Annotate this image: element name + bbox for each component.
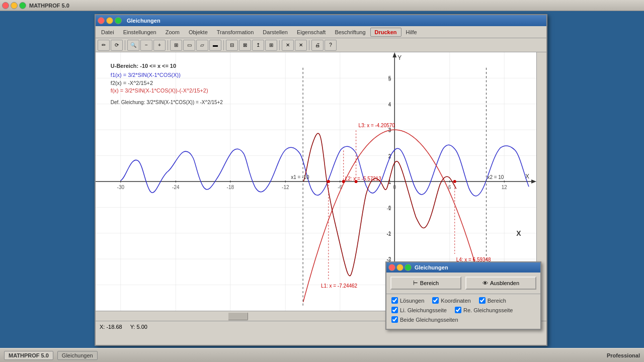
status-x: X: -18.68	[100, 324, 122, 330]
beide-gleichungsseiten-text: Beide Gleichungsseiten	[400, 317, 458, 323]
dialog-close-btn[interactable]	[388, 264, 395, 271]
tb-frame2[interactable]: ▱	[196, 40, 208, 51]
tb-print[interactable]: 🖨	[311, 40, 324, 51]
tb-rotate[interactable]: ⟳	[111, 40, 123, 51]
svg-text:4: 4	[388, 102, 391, 108]
dialog-maximize-btn[interactable]	[405, 264, 412, 271]
menu-hilfe[interactable]: Hilfe	[401, 28, 422, 37]
svg-text:U-Bereich: -10 <= x <= 10: U-Bereich: -10 <= x <= 10	[111, 63, 176, 69]
inner-titlebar: Gleichungen	[96, 15, 546, 26]
re-gleichungsseite-label[interactable]: Re. Gleichungsseite	[455, 307, 513, 313]
bereich-label-cb: Bereich	[488, 298, 506, 304]
taskbar-edition: Professional	[607, 352, 640, 358]
tb-pencil[interactable]: ✏	[98, 40, 110, 51]
menu-transformation[interactable]: Transformation	[212, 28, 259, 37]
maximize-btn-outer[interactable]	[19, 2, 26, 9]
svg-text:0: 0	[393, 185, 396, 190]
bereich-button[interactable]: ⊢ Bereich	[390, 277, 461, 290]
scroll-thumb-h[interactable]	[228, 312, 248, 320]
tb-zoom-in-plus[interactable]: +	[153, 40, 166, 51]
tb-cross1[interactable]: ✕	[282, 40, 294, 51]
li-gleichungsseite-checkbox[interactable]	[391, 307, 398, 313]
tb-import[interactable]: ⊞	[265, 40, 277, 51]
taskbar-window-name[interactable]: Gleichungen	[57, 351, 98, 360]
re-gleichungsseite-checkbox[interactable]	[455, 307, 461, 313]
loesungen-label: Lösungen	[400, 298, 424, 304]
svg-text:5: 5	[388, 76, 391, 81]
svg-text:-18: -18	[227, 185, 234, 190]
taskbar: MATHPROF 5.0 Gleichungen Professional	[0, 348, 644, 362]
menu-datei[interactable]: Datei	[97, 28, 119, 37]
minimize-btn-inner[interactable]	[106, 17, 113, 24]
loesungen-checkbox[interactable]	[391, 297, 398, 304]
close-btn-outer[interactable]	[2, 2, 9, 9]
tb-zoom-in-minus[interactable]: −	[140, 40, 152, 51]
dialog-button-row: ⊢ Bereich 👁 Ausblenden	[386, 273, 540, 294]
svg-text:L2: x = -5.57213: L2: x = -5.57213	[345, 176, 382, 182]
beide-gleichungsseiten-checkbox[interactable]	[391, 316, 398, 323]
tb-grid[interactable]: ⊞	[170, 40, 182, 51]
li-gleichungsseite-label[interactable]: Li. Gleichungsseite	[391, 307, 447, 313]
inner-window-title: Gleichungen	[127, 18, 160, 24]
tb-sep2	[168, 40, 168, 50]
tb-frame3[interactable]: ▬	[209, 40, 221, 51]
dialog-minimize-btn[interactable]	[396, 264, 404, 271]
svg-text:x1 = -10: x1 = -10	[291, 174, 309, 180]
menu-drucken[interactable]: Drucken	[370, 28, 401, 37]
svg-text:L3: x = -4.20570: L3: x = -4.20570	[359, 123, 395, 128]
tb-help[interactable]: ?	[325, 40, 337, 51]
toolbar: ✏ ⟳ 🔍 − + ⊞ ▭ ▱ ▬ ⊟ ⊠ ↥ ⊞ ✕ ✕ 🖨 ?	[96, 38, 546, 52]
bereich-checkbox-label[interactable]: Bereich	[479, 297, 506, 304]
status-y: Y: 5.00	[130, 324, 147, 330]
svg-text:L1: x = -7.24462: L1: x = -7.24462	[321, 283, 358, 289]
svg-text:Y: Y	[397, 54, 401, 61]
app-window: Gleichungen Datei Einstellungen Zoom Obj…	[95, 14, 547, 346]
checkbox-row-1: Lösungen Koordinaten Bereich	[391, 297, 535, 304]
tb-sep5	[309, 40, 309, 50]
taskbar-app-name[interactable]: MATHPROF 5.0	[4, 351, 53, 360]
menu-darstellen[interactable]: Darstellen	[258, 28, 292, 37]
checkbox-row-3: Beide Gleichungsseiten	[391, 316, 535, 323]
minimize-btn-outer[interactable]	[11, 2, 18, 9]
close-btn-inner[interactable]	[98, 17, 105, 24]
menu-einstellungen[interactable]: Einstellungen	[119, 28, 161, 37]
gleichungen-dialog: Gleichungen ⊢ Bereich 👁 Ausblenden Lösun…	[385, 261, 541, 330]
dialog-title: Gleichungen	[415, 264, 448, 270]
menu-eigenschaft[interactable]: Eigenschaft	[292, 28, 330, 37]
bereich-checkbox[interactable]	[479, 297, 486, 304]
menu-beschriftung[interactable]: Beschriftung	[330, 28, 370, 37]
inner-window-controls	[98, 17, 122, 24]
tb-cross2[interactable]: ✕	[295, 40, 307, 51]
svg-text:X: X	[516, 229, 521, 237]
menu-objekte[interactable]: Objekte	[184, 28, 212, 37]
loesungen-checkbox-label[interactable]: Lösungen	[391, 297, 424, 304]
tb-sep4	[279, 40, 280, 50]
tb-table2[interactable]: ⊠	[239, 40, 251, 51]
svg-text:f1(x) = 3/2*SIN(X-1*COS(X)): f1(x) = 3/2*SIN(X-1*COS(X))	[111, 72, 181, 78]
dialog-titlebar: Gleichungen	[386, 262, 540, 273]
ausblenden-label: Ausblenden	[490, 280, 519, 286]
svg-text:-2: -2	[386, 231, 391, 237]
svg-text:f(x) = 3/2*SIN(X-1*COS(X))-(-X: f(x) = 3/2*SIN(X-1*COS(X))-(-X^2/15+2)	[111, 87, 208, 94]
menu-zoom[interactable]: Zoom	[161, 28, 184, 37]
dialog-window-controls	[388, 264, 412, 271]
svg-text:Def. Gleichung: 3/2*SIN(X-1*CO: Def. Gleichung: 3/2*SIN(X-1*COS(X)) = -X…	[111, 100, 223, 105]
svg-text:f2(x) = -X^2/15+2: f2(x) = -X^2/15+2	[111, 80, 153, 86]
beide-gleichungsseiten-label[interactable]: Beide Gleichungsseiten	[391, 316, 458, 323]
dialog-checkboxes: Lösungen Koordinaten Bereich Li. Gleichu…	[386, 294, 540, 329]
koordinaten-checkbox[interactable]	[432, 297, 439, 304]
tb-sep1	[125, 40, 125, 50]
svg-text:x2 = 10: x2 = 10	[487, 174, 504, 180]
maximize-btn-inner[interactable]	[115, 17, 122, 24]
ausblenden-icon: 👁	[482, 280, 488, 286]
svg-text:-30: -30	[117, 185, 125, 190]
bereich-label: Bereich	[420, 280, 439, 286]
tb-sep3	[223, 40, 224, 50]
tb-export[interactable]: ↥	[252, 40, 264, 51]
outer-app-title: MATHPROF 5.0	[29, 3, 69, 9]
tb-table[interactable]: ⊟	[226, 40, 238, 51]
ausblenden-button[interactable]: 👁 Ausblenden	[465, 277, 536, 290]
tb-zoom-out[interactable]: 🔍	[127, 40, 139, 51]
tb-frame[interactable]: ▭	[183, 40, 195, 51]
koordinaten-checkbox-label[interactable]: Koordinaten	[432, 297, 470, 304]
